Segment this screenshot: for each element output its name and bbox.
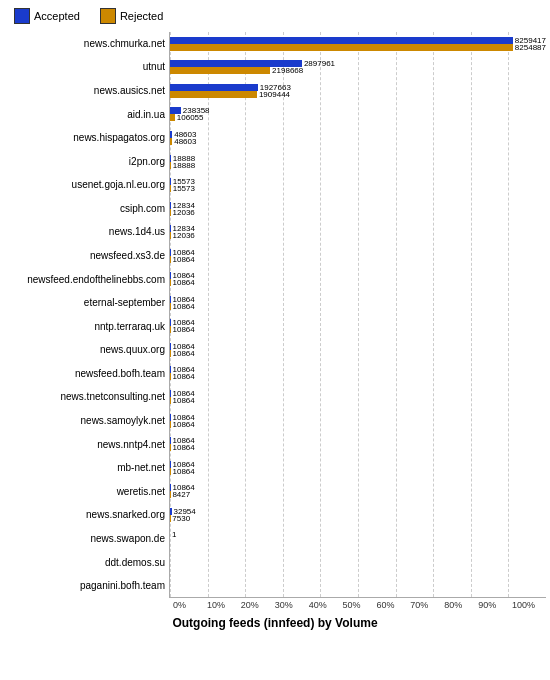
bar-row: 19276631909444 (170, 79, 546, 103)
bar-row: 1 (170, 526, 546, 550)
bar-row: 1086410864 (170, 338, 546, 362)
rejected-value-label: 10864 (172, 302, 194, 311)
bar-row: 238358106055 (170, 103, 546, 127)
x-tick-label: 60% (376, 600, 410, 610)
accepted-bar (170, 155, 171, 162)
rejected-bar (170, 67, 270, 74)
accepted-bar (170, 508, 172, 515)
x-tick-label: 90% (478, 600, 512, 610)
y-label: nntp.terraraq.uk (4, 318, 165, 336)
rejected-value-label: 12036 (173, 231, 195, 240)
rejected-value-label: 48603 (174, 137, 196, 146)
bar-row: 1086410864 (170, 456, 546, 480)
rejected-value-label: 1909444 (259, 90, 290, 99)
bar-row: 329547530 (170, 503, 546, 527)
rejected-value-label: 106055 (177, 113, 204, 122)
rejected-value-label: 10864 (172, 443, 194, 452)
chart-area: news.chmurka.netutnutnews.ausics.netaid.… (4, 32, 546, 598)
y-label: utnut (4, 58, 165, 76)
bar-row: 1086410864 (170, 362, 546, 386)
rejected-value-label: 7530 (172, 514, 190, 523)
y-label: csiph.com (4, 200, 165, 218)
rejected-value-label: 10864 (172, 325, 194, 334)
accepted-bar (170, 225, 171, 232)
y-label: paganini.bofh.team (4, 577, 165, 595)
accepted-bar (170, 202, 171, 209)
rejected-value-label: 12036 (173, 208, 195, 217)
rejected-bar (170, 232, 171, 239)
y-label: newsfeed.xs3.de (4, 247, 165, 265)
y-label: news.hispagatos.org (4, 129, 165, 147)
chart-title: Outgoing feeds (innfeed) by Volume (4, 616, 546, 630)
legend-accepted-box (14, 8, 30, 24)
y-label: news.tnetconsulting.net (4, 388, 165, 406)
bar-row: 1086410864 (170, 432, 546, 456)
x-tick-label: 100% (512, 600, 546, 610)
y-label: eternal-september (4, 294, 165, 312)
bar-row: 1086410864 (170, 385, 546, 409)
bar-row: 28979612198668 (170, 56, 546, 80)
rejected-value-label: 10864 (172, 349, 194, 358)
y-label: mb-net.net (4, 459, 165, 477)
rejected-bar (170, 209, 171, 216)
rejected-value-label: 8427 (172, 490, 190, 499)
rejected-value-label: 2198668 (272, 66, 303, 75)
accepted-bar (170, 178, 171, 185)
x-tick-label: 20% (241, 600, 275, 610)
bar-row: 1086410864 (170, 409, 546, 433)
bar-row: 1557315573 (170, 173, 546, 197)
y-label: news.nntp4.net (4, 436, 165, 454)
legend-accepted: Accepted (14, 8, 80, 24)
rejected-bar (170, 162, 171, 169)
accepted-bar (170, 84, 258, 91)
bar-row (170, 574, 546, 598)
rejected-bar (170, 138, 172, 145)
bar-row: 1888818888 (170, 150, 546, 174)
bar-row: 82594178254887 (170, 32, 546, 56)
y-label: news.ausics.net (4, 82, 165, 100)
rejected-value-label: 10864 (172, 396, 194, 405)
y-label: aid.in.ua (4, 106, 165, 124)
y-label: news.samoylyk.net (4, 412, 165, 430)
rejected-bar (170, 114, 175, 121)
y-label: news.swapon.de (4, 530, 165, 548)
rejected-value-label: 10864 (172, 467, 194, 476)
rejected-bar (170, 44, 513, 51)
y-label: news.1d4.us (4, 223, 165, 241)
bar-row: 1086410864 (170, 267, 546, 291)
bar-row: 1086410864 (170, 244, 546, 268)
bars-rows: 8259417825488728979612198668192766319094… (170, 32, 546, 597)
x-tick-label: 30% (275, 600, 309, 610)
x-tick-label: 50% (343, 600, 377, 610)
bar-row: 1283412036 (170, 197, 546, 221)
x-tick-label: 40% (309, 600, 343, 610)
rejected-value-label: 8254887 (515, 43, 546, 52)
chart-container: Accepted Rejected news.chmurka.netutnutn… (0, 0, 550, 680)
accepted-bar (170, 37, 513, 44)
bar-row: 1086410864 (170, 315, 546, 339)
rejected-value-label: 18888 (173, 161, 195, 170)
rejected-value-label: 10864 (172, 420, 194, 429)
legend-rejected-box (100, 8, 116, 24)
rejected-value-label: 10864 (172, 278, 194, 287)
bars-area: 8259417825488728979612198668192766319094… (169, 32, 546, 598)
x-tick-label: 70% (410, 600, 444, 610)
y-label: newsfeed.endofthelinebbs.com (4, 271, 165, 289)
legend-accepted-label: Accepted (34, 10, 80, 22)
y-label: i2pn.org (4, 153, 165, 171)
y-label: ddt.demos.su (4, 554, 165, 572)
rejected-value-label: 15573 (173, 184, 195, 193)
y-label: news.chmurka.net (4, 35, 165, 53)
y-label: newsfeed.bofh.team (4, 365, 165, 383)
legend: Accepted Rejected (4, 8, 546, 24)
bar-row: 1086410864 (170, 291, 546, 315)
bar-row: 4860348603 (170, 126, 546, 150)
x-tick-label: 0% (173, 600, 207, 610)
legend-rejected-label: Rejected (120, 10, 163, 22)
bar-row: 108648427 (170, 479, 546, 503)
rejected-value-label: 10864 (172, 255, 194, 264)
bar-row (170, 550, 546, 574)
accepted-bar (170, 131, 172, 138)
rejected-bar (170, 185, 171, 192)
y-labels: news.chmurka.netutnutnews.ausics.netaid.… (4, 32, 169, 598)
